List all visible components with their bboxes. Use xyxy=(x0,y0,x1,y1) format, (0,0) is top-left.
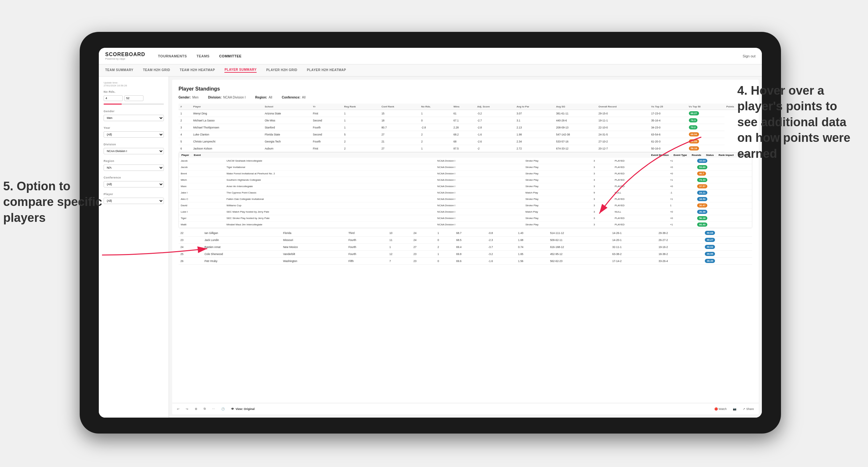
sub-nav: TEAM SUMMARY TEAM H2H GRID TEAM H2H HEAT… xyxy=(99,64,762,76)
col-overall-record: Overall Record xyxy=(596,103,649,110)
nav-items: TOURNAMENTS TEAMS COMMITTEE xyxy=(158,54,743,58)
watch-btn[interactable]: 🔴 Watch xyxy=(714,407,727,411)
eye-icon: 👁 xyxy=(231,407,234,411)
tooltip-player-label: Player xyxy=(181,154,189,157)
nav-tournaments[interactable]: TOURNAMENTS xyxy=(158,54,187,58)
undo-btn[interactable]: ↩ xyxy=(177,407,180,411)
col-player: Player xyxy=(191,103,263,110)
tablet-frame: SCOREBOARD Powered by clippi TOURNAMENTS… xyxy=(80,32,781,434)
player-table: # Player School Yr Reg Rank Conf Rank No… xyxy=(179,103,752,152)
panel-title: Player Standings xyxy=(179,86,752,92)
update-time: Update time:27/01/2024 16:56:26 xyxy=(103,81,164,87)
division-select[interactable]: NCAA Division I xyxy=(103,148,164,154)
no-rds-slider[interactable] xyxy=(103,103,164,104)
tooltip-row: Jake I The Cypress Point Classic NCAA Di… xyxy=(179,190,752,196)
sub-team-h2h-grid[interactable]: TEAM H2H GRID xyxy=(143,68,170,72)
top-nav: SCOREBOARD Powered by clippi TOURNAMENTS… xyxy=(99,48,762,64)
settings-btn[interactable]: ⚙ xyxy=(195,407,197,411)
tooltip-status-label: Status xyxy=(706,154,714,157)
tooltip-row: Mare Amer An Intercollegiate NCAA Divisi… xyxy=(179,183,752,190)
sub-player-h2h-grid[interactable]: PLAYER H2H GRID xyxy=(266,68,298,72)
region-select[interactable]: N/A xyxy=(103,164,164,171)
col-rank: # xyxy=(179,103,191,110)
col-school: School xyxy=(263,103,311,110)
gender-filter-value: Men xyxy=(192,96,198,99)
nav-committee[interactable]: COMMITTEE xyxy=(219,54,242,58)
tablet-screen: SCOREBOARD Powered by clippi TOURNAMENTS… xyxy=(99,48,762,417)
tooltip-header: Player Event Event Division Event Type R… xyxy=(179,152,752,158)
col-conf-rank: Conf Rank xyxy=(380,103,420,110)
tooltip-type-label: Event Type xyxy=(674,154,687,157)
no-rds-section: No Rds. xyxy=(103,90,164,104)
tooltip-row: Mattt Mirabel Maui Jim Intercollegiate N… xyxy=(179,222,752,228)
redo-btn[interactable]: ↪ xyxy=(186,407,188,411)
col-no-rds: No Rds. xyxy=(419,103,452,110)
center-panel: Player Standings Gender: Men Division: N… xyxy=(172,80,759,414)
region-filter-value: All xyxy=(269,96,272,99)
table-row: 23 Jack Lundin Missouri Fourth 11 24 0 6… xyxy=(179,237,752,244)
tooltip-division-label: Event Division xyxy=(651,154,669,157)
logo-text: SCOREBOARD xyxy=(105,52,145,57)
sign-out-link[interactable]: Sign out xyxy=(743,54,755,58)
gender-select[interactable]: Men Women xyxy=(103,115,164,121)
table-row: 26 Petr Hruby Washington Fifth 7 23 0 69… xyxy=(179,257,752,264)
nav-teams[interactable]: TEAMS xyxy=(196,54,210,58)
no-rds-max-input[interactable] xyxy=(124,95,144,101)
table-row: 2 Michael La Sasso Ole Miss Second 1 18 … xyxy=(179,117,752,124)
sub-player-h2h-heatmap[interactable]: PLAYER H2H HEATMAP xyxy=(307,68,346,72)
region-filter: Region: All xyxy=(255,96,272,99)
clock-btn[interactable]: 🕐 xyxy=(221,407,225,411)
year-section: Year (All) xyxy=(103,126,164,138)
logo-area: SCOREBOARD Powered by clippi xyxy=(105,52,145,60)
tooltip-row: Brent Wake Forest Invitational at Pinehu… xyxy=(179,170,752,177)
tooltip-rank-label: Rank Impact xyxy=(718,154,734,157)
year-select[interactable]: (All) xyxy=(103,131,164,138)
table-header-row: # Player School Yr Reg Rank Conf Rank No… xyxy=(179,103,752,110)
more-btn[interactable]: ⋯ xyxy=(212,407,215,411)
tooltip-row: David Williams Cup NCAA Division I Strok… xyxy=(179,203,752,209)
sub-team-summary[interactable]: TEAM SUMMARY xyxy=(105,68,133,72)
division-filter-label: Division: xyxy=(208,96,221,99)
conference-filter-label: Conference: xyxy=(282,96,300,99)
table-row: 22 Ian Gilligan Florida Third 10 24 1 68… xyxy=(179,229,752,237)
share-btn[interactable]: ↗ Share xyxy=(743,407,754,411)
division-filter-value: NCAA Division I xyxy=(223,96,246,99)
col-reg-rank: Reg Rank xyxy=(342,103,379,110)
col-vs-top50: Vs Top 50 xyxy=(687,103,724,110)
col-vs-top25: Vs Top 25 xyxy=(649,103,687,110)
table-row: 24 Bastien Amat New Mexico Fourth 1 27 2… xyxy=(179,244,752,251)
table-row: 1 Wenyi Ding Arizona State First 1 15 1 … xyxy=(179,110,752,117)
no-rds-label: No Rds. xyxy=(103,90,164,93)
tooltip-row: Luke I SEC Match Play hosted by Jerry Pa… xyxy=(179,209,752,215)
conference-filter-value: All xyxy=(302,96,305,99)
annotation-hover-points: 4. Hover over a player's points to see a… xyxy=(737,83,859,162)
bottom-bar: ↩ ↪ ⚙ ⧉ ⋯ 🕐 👁 View: Original 🔴 Watch 📷 ↗… xyxy=(172,403,759,414)
sub-player-summary[interactable]: PLAYER SUMMARY xyxy=(224,68,257,73)
tooltip-row: Mitch Southern Highlands Collegiate NCAA… xyxy=(179,177,752,183)
filter-row: Gender: Men Division: NCAA Division I Re… xyxy=(179,96,752,99)
screenshot-btn[interactable]: 📷 xyxy=(733,407,736,411)
region-filter-label: Region: xyxy=(255,96,267,99)
col-avg-to-par: Avg to Par xyxy=(515,103,554,110)
no-rds-slider-fill xyxy=(103,103,122,104)
top-right: Sign out xyxy=(743,54,755,58)
tooltip-event-label: Event xyxy=(194,154,201,157)
powered-by: Powered by clippi xyxy=(105,57,145,60)
region-section: Region N/A xyxy=(103,159,164,171)
copy-btn[interactable]: ⧉ xyxy=(204,407,206,411)
gender-filter: Gender: Men xyxy=(179,96,198,99)
division-section: Division NCAA Division I xyxy=(103,143,164,154)
sub-team-h2h-heatmap[interactable]: TEAM H2H HEATMAP xyxy=(180,68,215,72)
division-label: Division xyxy=(103,143,164,146)
tooltip-row: Alex C Fallen Oak Collegiate Invitationa… xyxy=(179,196,752,203)
tooltip-rounds-label: Rounds xyxy=(692,154,701,157)
table-row: 25 Cole Sherwood Vanderbilt Fourth 12 23… xyxy=(179,251,752,257)
no-rds-min-input[interactable] xyxy=(103,95,123,101)
table-row: 4 Luke Clanton Florida State Second 5 27… xyxy=(179,131,752,138)
view-original-btn[interactable]: 👁 View: Original xyxy=(231,407,255,411)
tooltip-row: Jacob Tiger Invitational NCAA Division I… xyxy=(179,164,752,170)
division-filter: Division: NCAA Division I xyxy=(208,96,246,99)
col-wins: Wins xyxy=(452,103,475,110)
col-yr: Yr xyxy=(311,103,342,110)
gender-section: Gender Men Women xyxy=(103,110,164,121)
